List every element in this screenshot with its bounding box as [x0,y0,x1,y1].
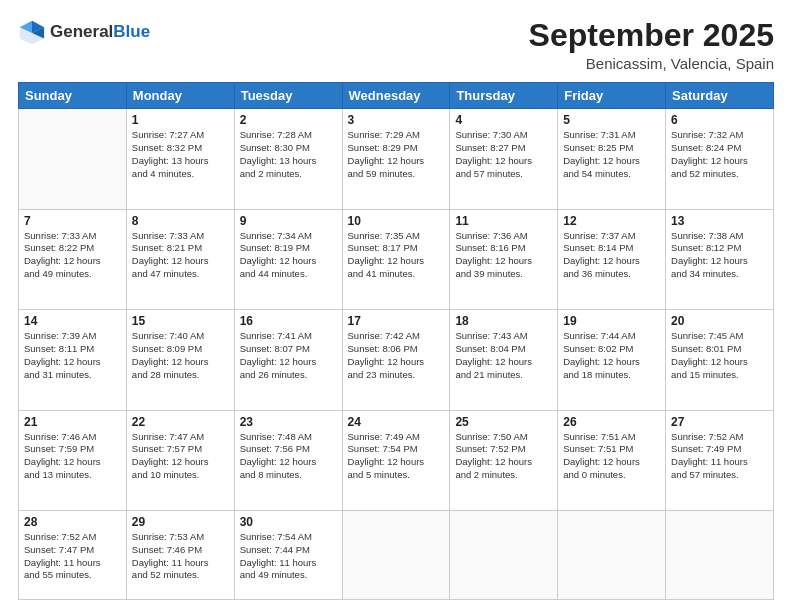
calendar-cell: 12Sunrise: 7:37 AM Sunset: 8:14 PM Dayli… [558,209,666,309]
day-number: 12 [563,214,660,228]
calendar-table: SundayMondayTuesdayWednesdayThursdayFrid… [18,82,774,600]
day-number: 29 [132,515,229,529]
weekday-header-row: SundayMondayTuesdayWednesdayThursdayFrid… [19,83,774,109]
day-info: Sunrise: 7:29 AM Sunset: 8:29 PM Dayligh… [348,129,445,180]
day-number: 27 [671,415,768,429]
day-info: Sunrise: 7:53 AM Sunset: 7:46 PM Dayligh… [132,531,229,582]
calendar-cell: 7Sunrise: 7:33 AM Sunset: 8:22 PM Daylig… [19,209,127,309]
calendar-cell: 21Sunrise: 7:46 AM Sunset: 7:59 PM Dayli… [19,410,127,510]
day-number: 2 [240,113,337,127]
day-info: Sunrise: 7:35 AM Sunset: 8:17 PM Dayligh… [348,230,445,281]
calendar-cell [19,109,127,209]
calendar-cell: 5Sunrise: 7:31 AM Sunset: 8:25 PM Daylig… [558,109,666,209]
day-number: 26 [563,415,660,429]
title-block: September 2025 Benicassim, Valencia, Spa… [529,18,774,72]
calendar-cell: 14Sunrise: 7:39 AM Sunset: 8:11 PM Dayli… [19,310,127,410]
weekday-header-friday: Friday [558,83,666,109]
page: GeneralBlue September 2025 Benicassim, V… [0,0,792,612]
day-number: 19 [563,314,660,328]
day-info: Sunrise: 7:40 AM Sunset: 8:09 PM Dayligh… [132,330,229,381]
day-number: 20 [671,314,768,328]
day-info: Sunrise: 7:38 AM Sunset: 8:12 PM Dayligh… [671,230,768,281]
calendar-cell [450,510,558,599]
header: GeneralBlue September 2025 Benicassim, V… [18,18,774,72]
calendar-cell: 11Sunrise: 7:36 AM Sunset: 8:16 PM Dayli… [450,209,558,309]
calendar-cell: 4Sunrise: 7:30 AM Sunset: 8:27 PM Daylig… [450,109,558,209]
month-title: September 2025 [529,18,774,53]
day-number: 24 [348,415,445,429]
calendar-cell: 9Sunrise: 7:34 AM Sunset: 8:19 PM Daylig… [234,209,342,309]
week-row-2: 7Sunrise: 7:33 AM Sunset: 8:22 PM Daylig… [19,209,774,309]
calendar-cell: 22Sunrise: 7:47 AM Sunset: 7:57 PM Dayli… [126,410,234,510]
calendar-cell: 13Sunrise: 7:38 AM Sunset: 8:12 PM Dayli… [666,209,774,309]
week-row-1: 1Sunrise: 7:27 AM Sunset: 8:32 PM Daylig… [19,109,774,209]
day-number: 9 [240,214,337,228]
day-number: 8 [132,214,229,228]
day-number: 1 [132,113,229,127]
location-title: Benicassim, Valencia, Spain [529,55,774,72]
day-number: 4 [455,113,552,127]
day-number: 7 [24,214,121,228]
weekday-header-monday: Monday [126,83,234,109]
day-number: 30 [240,515,337,529]
day-info: Sunrise: 7:49 AM Sunset: 7:54 PM Dayligh… [348,431,445,482]
calendar-cell: 1Sunrise: 7:27 AM Sunset: 8:32 PM Daylig… [126,109,234,209]
calendar-cell: 27Sunrise: 7:52 AM Sunset: 7:49 PM Dayli… [666,410,774,510]
day-info: Sunrise: 7:52 AM Sunset: 7:49 PM Dayligh… [671,431,768,482]
day-number: 23 [240,415,337,429]
day-info: Sunrise: 7:46 AM Sunset: 7:59 PM Dayligh… [24,431,121,482]
day-number: 3 [348,113,445,127]
day-info: Sunrise: 7:31 AM Sunset: 8:25 PM Dayligh… [563,129,660,180]
calendar-cell [342,510,450,599]
calendar-cell: 8Sunrise: 7:33 AM Sunset: 8:21 PM Daylig… [126,209,234,309]
day-info: Sunrise: 7:50 AM Sunset: 7:52 PM Dayligh… [455,431,552,482]
day-info: Sunrise: 7:47 AM Sunset: 7:57 PM Dayligh… [132,431,229,482]
day-info: Sunrise: 7:34 AM Sunset: 8:19 PM Dayligh… [240,230,337,281]
day-number: 18 [455,314,552,328]
calendar-cell [666,510,774,599]
day-number: 6 [671,113,768,127]
day-info: Sunrise: 7:33 AM Sunset: 8:22 PM Dayligh… [24,230,121,281]
week-row-5: 28Sunrise: 7:52 AM Sunset: 7:47 PM Dayli… [19,510,774,599]
day-info: Sunrise: 7:42 AM Sunset: 8:06 PM Dayligh… [348,330,445,381]
calendar-cell: 28Sunrise: 7:52 AM Sunset: 7:47 PM Dayli… [19,510,127,599]
day-number: 25 [455,415,552,429]
day-number: 28 [24,515,121,529]
day-info: Sunrise: 7:27 AM Sunset: 8:32 PM Dayligh… [132,129,229,180]
calendar-cell: 29Sunrise: 7:53 AM Sunset: 7:46 PM Dayli… [126,510,234,599]
calendar-cell: 24Sunrise: 7:49 AM Sunset: 7:54 PM Dayli… [342,410,450,510]
day-number: 14 [24,314,121,328]
day-info: Sunrise: 7:44 AM Sunset: 8:02 PM Dayligh… [563,330,660,381]
day-info: Sunrise: 7:32 AM Sunset: 8:24 PM Dayligh… [671,129,768,180]
calendar-cell: 20Sunrise: 7:45 AM Sunset: 8:01 PM Dayli… [666,310,774,410]
day-info: Sunrise: 7:43 AM Sunset: 8:04 PM Dayligh… [455,330,552,381]
weekday-header-tuesday: Tuesday [234,83,342,109]
day-info: Sunrise: 7:48 AM Sunset: 7:56 PM Dayligh… [240,431,337,482]
day-info: Sunrise: 7:36 AM Sunset: 8:16 PM Dayligh… [455,230,552,281]
day-info: Sunrise: 7:28 AM Sunset: 8:30 PM Dayligh… [240,129,337,180]
day-info: Sunrise: 7:37 AM Sunset: 8:14 PM Dayligh… [563,230,660,281]
day-number: 21 [24,415,121,429]
day-number: 16 [240,314,337,328]
day-number: 13 [671,214,768,228]
day-number: 17 [348,314,445,328]
day-info: Sunrise: 7:33 AM Sunset: 8:21 PM Dayligh… [132,230,229,281]
week-row-4: 21Sunrise: 7:46 AM Sunset: 7:59 PM Dayli… [19,410,774,510]
calendar-cell: 16Sunrise: 7:41 AM Sunset: 8:07 PM Dayli… [234,310,342,410]
weekday-header-saturday: Saturday [666,83,774,109]
day-number: 11 [455,214,552,228]
calendar-cell: 3Sunrise: 7:29 AM Sunset: 8:29 PM Daylig… [342,109,450,209]
calendar-cell: 19Sunrise: 7:44 AM Sunset: 8:02 PM Dayli… [558,310,666,410]
day-info: Sunrise: 7:52 AM Sunset: 7:47 PM Dayligh… [24,531,121,582]
day-info: Sunrise: 7:30 AM Sunset: 8:27 PM Dayligh… [455,129,552,180]
week-row-3: 14Sunrise: 7:39 AM Sunset: 8:11 PM Dayli… [19,310,774,410]
day-number: 15 [132,314,229,328]
logo-icon [18,18,46,46]
logo-text: GeneralBlue [50,22,150,42]
weekday-header-wednesday: Wednesday [342,83,450,109]
calendar-cell: 2Sunrise: 7:28 AM Sunset: 8:30 PM Daylig… [234,109,342,209]
calendar-cell: 18Sunrise: 7:43 AM Sunset: 8:04 PM Dayli… [450,310,558,410]
weekday-header-thursday: Thursday [450,83,558,109]
calendar-cell: 23Sunrise: 7:48 AM Sunset: 7:56 PM Dayli… [234,410,342,510]
day-info: Sunrise: 7:51 AM Sunset: 7:51 PM Dayligh… [563,431,660,482]
